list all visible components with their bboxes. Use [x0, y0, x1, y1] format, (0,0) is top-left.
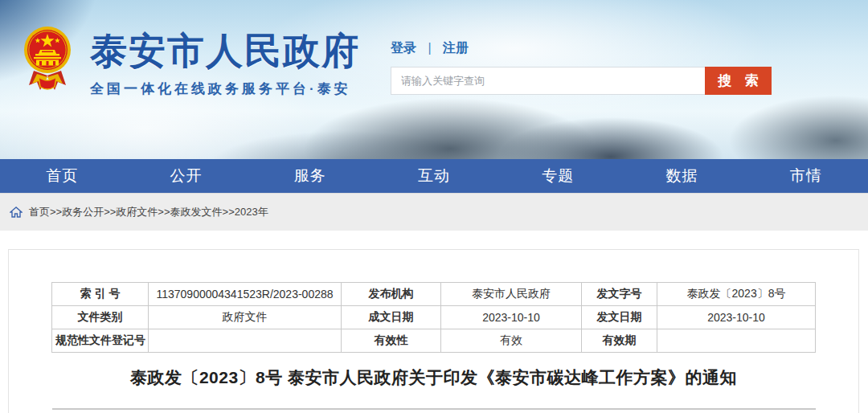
meta-value-valid-period	[657, 329, 816, 353]
meta-value-written-date: 2023-10-10	[441, 306, 582, 329]
meta-label-issuing-agency: 发布机构	[342, 283, 441, 306]
site-title: 泰安市人民政府	[90, 31, 360, 72]
meta-value-index-no: 11370900004341523R/2023-00288	[149, 283, 342, 306]
meta-value-issuing-agency: 泰安市人民政府	[441, 283, 582, 306]
site-subtitle: 全国一体化在线政务服务平台·泰安	[90, 80, 360, 98]
meta-value-registration-no	[149, 329, 342, 353]
home-icon[interactable]	[10, 206, 23, 218]
meta-label-doc-category: 文件类别	[52, 306, 149, 329]
nav-item-data[interactable]: 数据	[620, 159, 743, 193]
breadcrumb: 首页>>政务公开>>政府文件>>泰政发文件>>2023年	[0, 193, 868, 231]
page-body: 索 引 号 11370900004341523R/2023-00288 发布机构…	[0, 231, 868, 413]
meta-value-doc-number: 泰政发〔2023〕8号	[657, 283, 816, 306]
meta-value-validity: 有效	[441, 329, 582, 353]
meta-value-issue-date: 2023-10-10	[657, 306, 816, 329]
main-nav: 首页 公开 服务 互动 专题 数据 市情	[0, 159, 868, 193]
national-emblem-icon	[23, 24, 72, 98]
meta-label-issue-date: 发文日期	[582, 306, 657, 329]
login-link[interactable]: 登录	[391, 41, 416, 55]
brand-text: 泰安市人民政府 全国一体化在线政务服务平台·泰安	[90, 24, 360, 98]
nav-item-topics[interactable]: 专题	[496, 159, 620, 193]
meta-value-doc-category: 政府文件	[149, 306, 342, 329]
table-row: 规范性文件登记号 有效性 有效 有效期	[52, 329, 816, 353]
table-row: 索 引 号 11370900004341523R/2023-00288 发布机构…	[52, 283, 816, 306]
title-divider	[52, 408, 816, 410]
document-meta-table: 索 引 号 11370900004341523R/2023-00288 发布机构…	[51, 282, 816, 353]
document-card: 索 引 号 11370900004341523R/2023-00288 发布机构…	[8, 249, 859, 413]
table-row: 文件类别 政府文件 成文日期 2023-10-10 发文日期 2023-10-1…	[52, 306, 816, 329]
breadcrumb-path[interactable]: 首页>>政务公开>>政府文件>>泰政发文件>>2023年	[29, 205, 268, 219]
document-title: 泰政发〔2023〕8号 泰安市人民政府关于印发《泰安市碳达峰工作方案》的通知	[61, 366, 806, 389]
account-separator: |	[428, 41, 431, 55]
nav-item-city-info[interactable]: 市情	[744, 159, 868, 193]
meta-label-index-no: 索 引 号	[52, 283, 149, 306]
meta-label-written-date: 成文日期	[342, 306, 441, 329]
nav-item-interaction[interactable]: 互动	[372, 159, 496, 193]
site-header: 泰安市人民政府 全国一体化在线政务服务平台·泰安 登录 | 注册 搜 索	[0, 0, 868, 159]
meta-label-registration-no: 规范性文件登记号	[52, 329, 149, 353]
meta-label-doc-number: 发文字号	[582, 283, 657, 306]
search-input[interactable]	[391, 67, 705, 95]
account-links: 登录 | 注册	[391, 40, 469, 57]
site-brand: 泰安市人民政府 全国一体化在线政务服务平台·泰安	[23, 24, 360, 98]
meta-label-valid-period: 有效期	[582, 329, 657, 353]
search-bar: 搜 索	[391, 67, 772, 95]
nav-item-home[interactable]: 首页	[0, 159, 124, 193]
meta-label-validity: 有效性	[342, 329, 441, 353]
search-button[interactable]: 搜 索	[705, 67, 772, 95]
nav-item-disclosure[interactable]: 公开	[124, 159, 248, 193]
nav-item-services[interactable]: 服务	[248, 159, 372, 193]
register-link[interactable]: 注册	[443, 41, 469, 55]
